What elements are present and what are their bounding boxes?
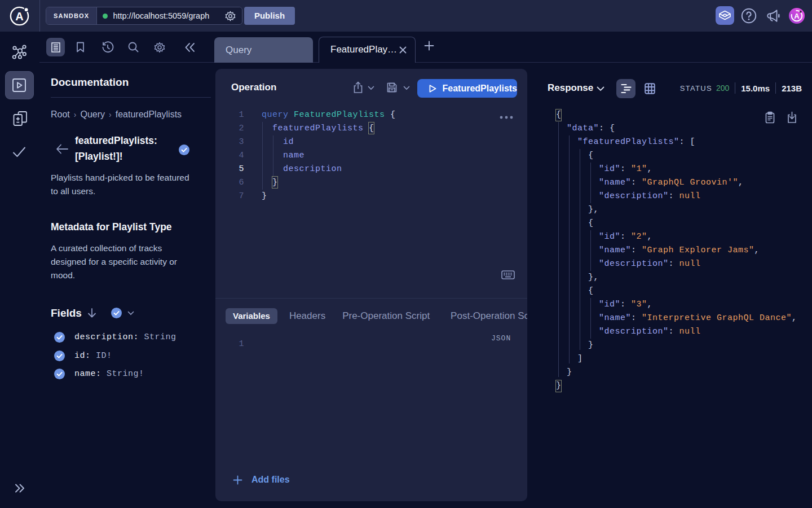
- svg-text:A: A: [794, 12, 800, 20]
- svg-text:A: A: [15, 10, 23, 23]
